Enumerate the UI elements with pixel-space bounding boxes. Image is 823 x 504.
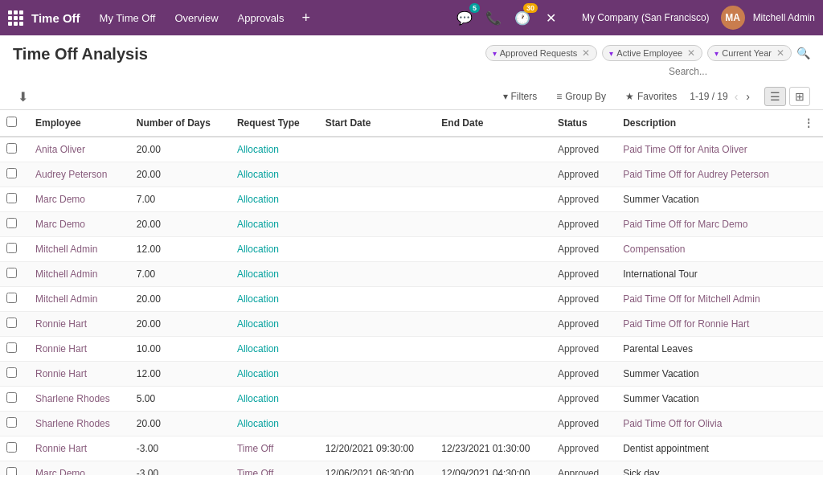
row-employee[interactable]: Anita Oliver [26, 137, 127, 162]
row-checkbox-cell[interactable] [0, 262, 26, 287]
employee-link[interactable]: Sharlene Rhodes [35, 418, 110, 429]
type-link[interactable]: Allocation [237, 194, 279, 205]
row-checkbox[interactable] [6, 218, 17, 228]
favorites-button[interactable]: ★ Favorites [619, 88, 683, 104]
col-description[interactable]: Description [613, 110, 792, 137]
col-more-options[interactable]: ⋮ [792, 110, 823, 137]
employee-link[interactable]: Ronnie Hart [35, 368, 87, 379]
row-employee[interactable]: Audrey Peterson [26, 162, 127, 187]
row-checkbox-cell[interactable] [0, 436, 26, 461]
row-employee[interactable]: Mitchell Admin [26, 237, 127, 262]
row-type[interactable]: Allocation [227, 387, 316, 412]
row-type[interactable]: Allocation [227, 137, 316, 162]
filter-tag-year-close[interactable]: ✕ [776, 47, 784, 59]
description-text[interactable]: Paid Time Off for Olivia [623, 418, 722, 429]
row-checkbox-cell[interactable] [0, 162, 26, 187]
row-checkbox[interactable] [6, 143, 17, 154]
employee-link[interactable]: Mitchell Admin [35, 268, 97, 280]
col-type[interactable]: Request Type [227, 110, 316, 137]
select-all-checkbox[interactable] [6, 117, 17, 127]
row-description[interactable]: Paid Time Off for Olivia [613, 412, 792, 436]
type-link[interactable]: Allocation [237, 368, 279, 379]
grid-view-button[interactable]: ⊞ [789, 87, 810, 106]
row-description[interactable]: Compensation [613, 237, 792, 262]
select-all-checkbox-header[interactable] [0, 110, 26, 137]
nav-my-time-off[interactable]: My Time Off [92, 0, 164, 35]
filter-tag-employee-close[interactable]: ✕ [687, 47, 695, 59]
row-checkbox-cell[interactable] [0, 137, 26, 162]
filter-tag-year[interactable]: ▾ Current Year ✕ [707, 45, 792, 61]
nav-approvals[interactable]: Approvals [230, 0, 293, 35]
list-view-button[interactable]: ☰ [764, 87, 786, 106]
filters-button[interactable]: ▾ Filters [497, 88, 544, 104]
row-checkbox-cell[interactable] [0, 362, 26, 387]
row-type[interactable]: Allocation [227, 162, 316, 187]
filter-tag-employee[interactable]: ▾ Active Employee ✕ [602, 45, 702, 61]
employee-link[interactable]: Marc Demo [35, 194, 85, 205]
row-description[interactable]: Summer Vacation [613, 387, 792, 412]
groupby-button[interactable]: ≡ Group By [550, 88, 612, 104]
employee-link[interactable]: Mitchell Admin [35, 244, 97, 255]
employee-link[interactable]: Ronnie Hart [35, 343, 87, 354]
row-description[interactable]: Summer Vacation [613, 362, 792, 387]
next-page-button[interactable]: › [744, 88, 751, 104]
row-checkbox[interactable] [6, 268, 17, 278]
row-type[interactable]: Allocation [227, 337, 316, 362]
row-type[interactable]: Allocation [227, 412, 316, 436]
row-description[interactable]: Parental Leaves [613, 337, 792, 362]
row-checkbox[interactable] [6, 342, 17, 353]
description-text[interactable]: Paid Time Off for Marc Demo [623, 219, 747, 230]
phone-icon-btn[interactable]: 📞 [482, 6, 505, 29]
employee-link[interactable]: Marc Demo [35, 219, 85, 230]
row-description[interactable]: Paid Time Off for Marc Demo [613, 212, 792, 237]
download-button[interactable]: ⬇ [13, 88, 33, 106]
description-text[interactable]: Paid Time Off for Anita Oliver [623, 144, 747, 155]
type-link[interactable]: Time Off [237, 443, 273, 454]
employee-link[interactable]: Anita Oliver [35, 144, 85, 155]
row-employee[interactable]: Marc Demo [26, 461, 127, 476]
col-status[interactable]: Status [548, 110, 613, 137]
description-text[interactable]: Paid Time Off for Ronnie Hart [623, 318, 749, 330]
app-logo[interactable]: Time Off [8, 10, 80, 26]
row-employee[interactable]: Marc Demo [26, 212, 127, 237]
row-checkbox-cell[interactable] [0, 412, 26, 436]
row-type[interactable]: Allocation [227, 237, 316, 262]
row-description[interactable]: Summer Vacation [613, 187, 792, 212]
row-checkbox-cell[interactable] [0, 337, 26, 362]
row-employee[interactable]: Sharlene Rhodes [26, 412, 127, 436]
type-link[interactable]: Allocation [237, 244, 279, 255]
row-description[interactable]: Dentist appointment [613, 436, 792, 461]
type-link[interactable]: Allocation [237, 268, 279, 280]
row-checkbox[interactable] [6, 392, 17, 403]
row-description[interactable]: Sick day [613, 461, 792, 476]
row-description[interactable]: Paid Time Off for Mitchell Admin [613, 287, 792, 312]
type-link[interactable]: Allocation [237, 418, 279, 429]
description-text[interactable]: Paid Time Off for Mitchell Admin [623, 293, 760, 305]
row-employee[interactable]: Ronnie Hart [26, 362, 127, 387]
row-description[interactable]: International Tour [613, 262, 792, 287]
employee-link[interactable]: Sharlene Rhodes [35, 393, 110, 404]
chat-icon-btn[interactable]: 💬 5 [453, 6, 476, 29]
row-checkbox[interactable] [6, 417, 17, 428]
close-icon-btn[interactable]: ✕ [540, 6, 563, 29]
row-checkbox-cell[interactable] [0, 387, 26, 412]
row-type[interactable]: Allocation [227, 312, 316, 337]
row-type[interactable]: Allocation [227, 262, 316, 287]
filter-tag-approved-close[interactable]: ✕ [582, 47, 590, 59]
description-text[interactable]: Paid Time Off for Audrey Peterson [623, 169, 769, 180]
row-checkbox-cell[interactable] [0, 461, 26, 476]
row-checkbox[interactable] [6, 442, 17, 453]
type-link[interactable]: Allocation [237, 318, 279, 330]
type-link[interactable]: Allocation [237, 393, 279, 404]
description-text[interactable]: Compensation [623, 244, 685, 255]
search-input[interactable] [665, 64, 810, 79]
row-description[interactable]: Paid Time Off for Ronnie Hart [613, 312, 792, 337]
row-type[interactable]: Time Off [227, 461, 316, 476]
row-checkbox[interactable] [6, 293, 17, 303]
search-button[interactable]: 🔍 [796, 47, 810, 59]
type-link[interactable]: Allocation [237, 293, 279, 305]
row-type[interactable]: Allocation [227, 287, 316, 312]
row-employee[interactable]: Mitchell Admin [26, 287, 127, 312]
type-link[interactable]: Time Off [237, 468, 273, 475]
type-link[interactable]: Allocation [237, 169, 279, 180]
